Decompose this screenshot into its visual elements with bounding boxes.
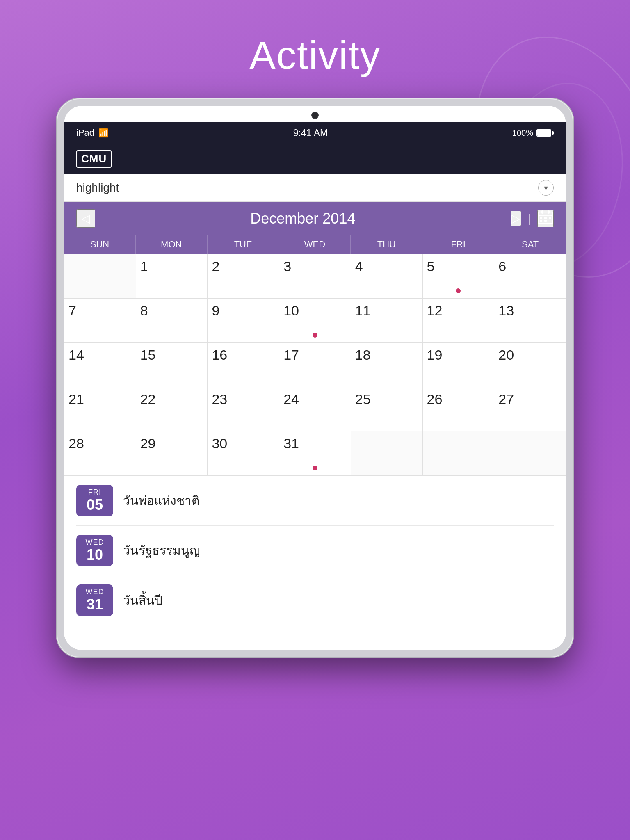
event-name: วันพ่อแห่งชาติ	[123, 491, 199, 510]
cal-cell[interactable]: 20	[494, 343, 566, 387]
cal-cell[interactable]: 17	[279, 343, 351, 387]
cal-cell[interactable]: 21	[64, 387, 136, 431]
svg-rect-4	[540, 217, 542, 219]
cal-day-number: 25	[355, 391, 371, 407]
cal-day-number: 7	[68, 303, 76, 318]
svg-rect-5	[544, 217, 547, 219]
event-day-abbr: WED	[76, 588, 113, 596]
wifi-icon: 📶	[98, 128, 109, 138]
day-header-sat: SAT	[494, 235, 566, 254]
cal-cell[interactable]: 7	[64, 299, 136, 343]
cal-cell[interactable]: 28	[64, 431, 136, 476]
cal-cell[interactable]: 18	[351, 343, 423, 387]
svg-rect-7	[540, 220, 542, 222]
prev-month-button[interactable]: ◁	[76, 209, 95, 228]
next-month-button[interactable]: ▷	[511, 211, 521, 226]
cal-day-number: 22	[140, 391, 156, 407]
cal-day-number: 26	[427, 391, 443, 407]
cal-cell[interactable]: 4	[351, 254, 423, 299]
camera	[311, 112, 319, 119]
filter-dropdown-button[interactable]: ▾	[538, 180, 554, 196]
cal-cell[interactable]: 25	[351, 387, 423, 431]
cal-day-number: 20	[498, 347, 514, 363]
cal-day-number: 15	[140, 347, 156, 363]
calendar-header: ◁ December 2014 ▷ |	[64, 202, 566, 235]
cal-cell[interactable]: 11	[351, 299, 423, 343]
cal-cell[interactable]: 23	[208, 387, 279, 431]
cal-day-number: 10	[283, 303, 299, 318]
cal-day-number: 31	[283, 436, 299, 451]
status-time: 9:41 AM	[293, 128, 328, 139]
event-day-num: 31	[76, 596, 113, 613]
event-item[interactable]: WED31วันสิ้นปี	[76, 575, 554, 625]
event-item[interactable]: FRI05วันพ่อแห่งชาติ	[76, 476, 554, 526]
cal-day-number: 18	[355, 347, 371, 363]
cal-cell[interactable]: 2	[208, 254, 279, 299]
event-dot	[456, 288, 461, 293]
day-header-mon: MON	[136, 235, 208, 254]
status-left: iPad 📶	[76, 128, 109, 138]
cal-cell[interactable]: 30	[208, 431, 279, 476]
cal-day-number: 27	[498, 391, 514, 407]
cmu-logo: CMU	[76, 150, 112, 168]
day-headers: SUNMONTUEWEDTHUFRISAT	[64, 235, 566, 254]
cal-day-number: 30	[212, 436, 227, 451]
calendar-view-button[interactable]	[537, 210, 554, 227]
cal-cell[interactable]: 10	[279, 299, 351, 343]
event-date-badge: WED31	[76, 584, 113, 616]
cal-cell	[351, 431, 423, 476]
bottom-pad	[64, 625, 566, 650]
cal-cell[interactable]: 5	[423, 254, 495, 299]
event-day-abbr: WED	[76, 538, 113, 547]
event-dot	[313, 333, 317, 338]
cal-cell[interactable]: 26	[423, 387, 495, 431]
cal-cell[interactable]: 8	[136, 299, 208, 343]
status-right: 100%	[512, 128, 554, 138]
calendar-nav-right: ▷ |	[511, 210, 554, 227]
cal-day-number: 23	[212, 391, 227, 407]
cal-day-number: 28	[68, 436, 84, 451]
event-item[interactable]: WED10วันรัฐธรรมนูญ	[76, 526, 554, 576]
ipad-frame: iPad 📶 9:41 AM 100% CMU highlight ▾	[57, 98, 573, 657]
cal-cell[interactable]: 14	[64, 343, 136, 387]
battery-percent: 100%	[512, 128, 533, 138]
cal-day-number: 19	[427, 347, 443, 363]
day-header-sun: SUN	[64, 235, 136, 254]
cal-cell[interactable]: 6	[494, 254, 566, 299]
cal-cell[interactable]: 3	[279, 254, 351, 299]
cal-cell[interactable]: 24	[279, 387, 351, 431]
cal-cell[interactable]: 22	[136, 387, 208, 431]
cal-day-number: 13	[498, 303, 514, 318]
cal-cell[interactable]: 13	[494, 299, 566, 343]
cal-day-number: 17	[283, 347, 299, 363]
cal-cell[interactable]: 1	[136, 254, 208, 299]
event-list: FRI05วันพ่อแห่งชาติWED10วันรัฐธรรมนูญWED…	[64, 476, 566, 625]
cal-cell[interactable]: 19	[423, 343, 495, 387]
cal-day-number: 8	[140, 303, 148, 318]
cal-cell[interactable]: 29	[136, 431, 208, 476]
cal-cell[interactable]: 12	[423, 299, 495, 343]
day-header-fri: FRI	[422, 235, 494, 254]
svg-rect-6	[549, 217, 551, 219]
nav-divider: |	[528, 212, 531, 225]
cal-cell[interactable]: 9	[208, 299, 279, 343]
event-day-num: 10	[76, 547, 113, 563]
cal-day-number: 24	[283, 391, 299, 407]
filter-text: highlight	[76, 181, 119, 194]
event-date-badge: FRI05	[76, 485, 113, 516]
cal-cell[interactable]: 16	[208, 343, 279, 387]
cal-day-number: 2	[212, 258, 219, 274]
event-name: วันสิ้นปี	[123, 591, 162, 610]
cal-cell	[494, 431, 566, 476]
cal-cell[interactable]: 15	[136, 343, 208, 387]
day-header-wed: WED	[279, 235, 351, 254]
device-label: iPad	[76, 128, 94, 138]
cal-day-number: 4	[355, 258, 363, 274]
battery-icon	[536, 129, 554, 137]
calendar-month-title: December 2014	[250, 210, 355, 227]
page-title: Activity	[249, 33, 381, 78]
calendar-grid: 1234567891011121314151617181920212223242…	[64, 254, 566, 476]
svg-rect-2	[548, 210, 550, 214]
cal-cell[interactable]: 31	[279, 431, 351, 476]
cal-cell[interactable]: 27	[494, 387, 566, 431]
